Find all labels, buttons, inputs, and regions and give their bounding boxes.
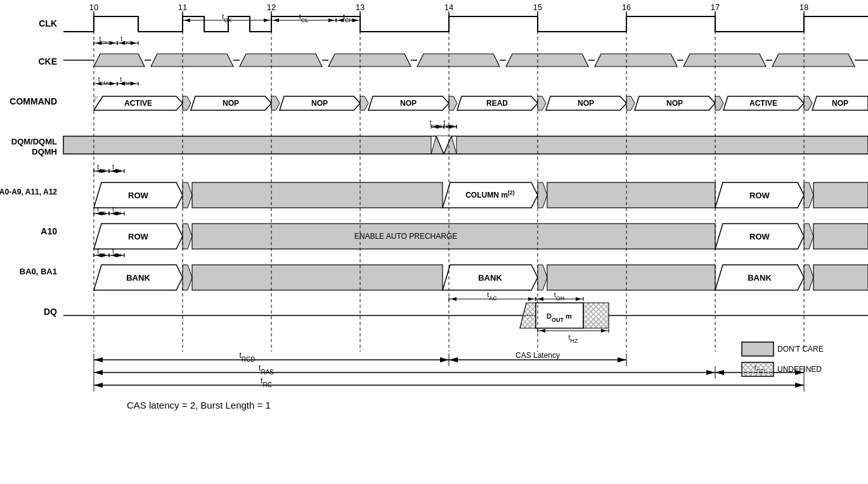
cmd-read: READ <box>486 99 508 108</box>
svg-rect-151 <box>547 265 715 290</box>
cke-label: CKE <box>38 56 57 67</box>
bank2: BANK <box>478 273 502 283</box>
svg-rect-148 <box>192 265 443 290</box>
svg-marker-39 <box>94 54 145 67</box>
dqm-label1: DQM/DQML <box>11 137 57 146</box>
svg-marker-41 <box>151 54 233 67</box>
cycle-13: 13 <box>356 3 365 12</box>
svg-marker-172 <box>536 303 583 328</box>
cas-latency-label: CAS Latency <box>515 351 560 360</box>
cycle-18: 18 <box>800 3 808 12</box>
cycle-14: 14 <box>444 3 453 12</box>
svg-marker-51 <box>595 54 677 67</box>
svg-rect-119 <box>813 182 868 208</box>
svg-rect-207 <box>742 342 774 356</box>
svg-marker-173 <box>583 303 609 328</box>
dont-care-label: DON'T CARE <box>777 345 824 353</box>
footer-text: CAS latency = 2, Burst Length = 1 <box>127 400 271 411</box>
svg-marker-47 <box>417 54 500 67</box>
dqm-label2: DQMH <box>32 147 57 156</box>
undefined-label: UNDEFINED <box>777 365 822 374</box>
cmd-nop3: NOP <box>400 99 417 108</box>
svg-rect-154 <box>813 265 868 290</box>
cmd-active1: ACTIVE <box>124 99 152 108</box>
cmd-active2: ACTIVE <box>749 99 777 108</box>
row-a0: ROW <box>128 191 149 200</box>
ba-label: BA0, BA1 <box>20 267 57 276</box>
cycle-15: 15 <box>533 3 542 12</box>
a10-label: A10 <box>41 226 57 236</box>
svg-rect-85 <box>63 136 868 154</box>
command-label: COMMAND <box>10 96 57 106</box>
svg-marker-45 <box>328 54 411 67</box>
row-a10-2: ROW <box>749 232 770 241</box>
cycle-11: 11 <box>178 3 187 12</box>
cycle-12: 12 <box>267 3 276 12</box>
timing-diagram: CLK CKE COMMAND DQM/DQML DQMH A0-A9, A11… <box>0 0 868 484</box>
cycle-10: 10 <box>89 3 98 12</box>
bank3: BANK <box>748 273 772 283</box>
cmd-nop4: NOP <box>578 99 594 108</box>
cmd-nop6: NOP <box>832 99 848 108</box>
cycle-16: 16 <box>622 3 631 12</box>
svg-rect-113 <box>192 182 443 208</box>
a0-label: A0-A9, A11, A12 <box>0 188 57 196</box>
cmd-nop2: NOP <box>311 99 328 108</box>
clk-label: CLK <box>39 18 57 29</box>
svg-rect-116 <box>547 182 715 208</box>
cycle-17: 17 <box>711 3 720 12</box>
svg-rect-135 <box>813 224 868 249</box>
svg-marker-43 <box>240 54 322 67</box>
svg-rect-208 <box>742 362 774 376</box>
row-a0-2: ROW <box>749 191 770 200</box>
row-a10: ROW <box>128 232 149 241</box>
svg-marker-53 <box>683 54 766 67</box>
cmd-nop1: NOP <box>223 99 239 108</box>
cmd-nop5: NOP <box>666 99 683 108</box>
column-label: COLUMN m(2) <box>465 189 515 200</box>
svg-marker-55 <box>772 54 855 67</box>
svg-marker-49 <box>506 54 588 67</box>
enable-auto-precharge-text: ENABLE AUTO PRECHARGE <box>354 232 458 241</box>
bank1: BANK <box>126 273 150 283</box>
dq-label: DQ <box>44 307 57 317</box>
